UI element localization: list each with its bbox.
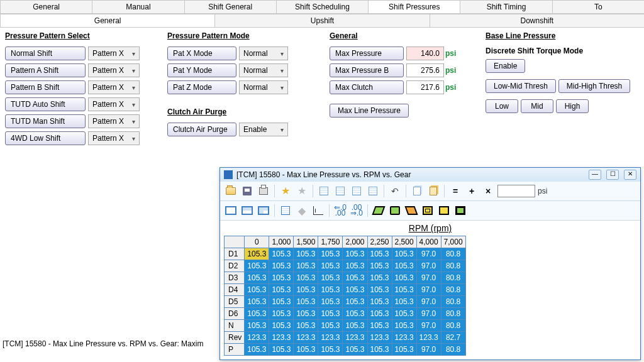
table-view-icon[interactable] <box>279 204 292 217</box>
col-header[interactable]: 1,000 <box>269 236 294 248</box>
table-cell[interactable]: 80.8 <box>441 296 465 308</box>
table-cell[interactable]: 80.8 <box>441 272 465 284</box>
table-cell[interactable]: 97.0 <box>416 308 441 320</box>
table-cell[interactable]: 105.3 <box>294 272 318 284</box>
table-cell[interactable]: 105.3 <box>392 248 416 260</box>
favorite-icon[interactable]: ★ <box>295 184 309 198</box>
table-cell[interactable]: 105.3 <box>269 260 294 272</box>
fill-down-icon[interactable] <box>388 204 402 217</box>
table-cell[interactable]: 97.0 <box>416 296 441 308</box>
row-header[interactable]: D6 <box>225 308 245 320</box>
table-cell[interactable]: 105.3 <box>245 260 269 272</box>
row-header[interactable]: D5 <box>225 296 245 308</box>
param-select[interactable]: Pattern X▾ <box>88 47 140 60</box>
fill-right-icon[interactable] <box>404 204 418 217</box>
table-cell[interactable]: 105.3 <box>367 344 392 356</box>
layout-hsplit-icon[interactable] <box>240 204 254 217</box>
table-cell[interactable]: 82.7 <box>441 332 465 344</box>
table-cell[interactable]: 123.3 <box>269 332 294 344</box>
equals-icon[interactable]: = <box>448 184 462 198</box>
table-cell[interactable]: 105.3 <box>367 284 392 296</box>
table-cell[interactable]: 80.8 <box>441 248 465 260</box>
table-cell[interactable]: 105.3 <box>294 284 318 296</box>
param-button[interactable]: Pattern A Shift <box>5 63 86 77</box>
print-icon[interactable] <box>257 184 270 198</box>
table-cell[interactable]: 80.8 <box>441 260 465 272</box>
table-cell[interactable]: 105.3 <box>392 284 416 296</box>
table-cell[interactable]: 123.3 <box>367 332 392 344</box>
highlight-col-icon[interactable] <box>437 204 451 217</box>
copy-icon[interactable] <box>410 184 424 198</box>
table-cell[interactable]: 105.3 <box>318 296 343 308</box>
multiply-icon[interactable]: × <box>481 184 495 198</box>
sheet-icon[interactable] <box>333 184 347 198</box>
top-tab[interactable]: Shift Pressures <box>368 0 460 13</box>
clutch-air-purge-button[interactable]: Clutch Air Purge <box>167 123 236 136</box>
top-tab[interactable]: Shift Scheduling <box>276 0 369 13</box>
table-cell[interactable]: 105.3 <box>343 320 367 332</box>
table-cell[interactable]: 97.0 <box>416 272 441 284</box>
row-header[interactable]: D3 <box>225 272 245 284</box>
table-cell[interactable]: 105.3 <box>318 284 343 296</box>
sheet-icon[interactable] <box>350 184 364 198</box>
open-icon[interactable] <box>224 184 238 198</box>
table-cell[interactable]: 105.3 <box>269 344 294 356</box>
favorite-add-icon[interactable]: ★ <box>279 184 292 198</box>
table-cell[interactable]: 97.0 <box>416 344 441 356</box>
table-cell[interactable]: 123.3 <box>343 332 367 344</box>
clutch-air-purge-select[interactable]: Enable ▾ <box>239 123 288 136</box>
max-line-pressure-button[interactable]: Max Line Pressure <box>330 104 409 118</box>
minimize-button[interactable]: — <box>589 170 601 180</box>
table-cell[interactable]: 105.3 <box>294 320 318 332</box>
table-cell[interactable]: 105.3 <box>318 308 343 320</box>
table-cell[interactable]: 123.3 <box>392 332 416 344</box>
table-cell[interactable]: 80.8 <box>441 320 465 332</box>
table-cell[interactable]: 105.3 <box>343 344 367 356</box>
mode-button[interactable]: Mid <box>521 99 553 113</box>
table-cell[interactable]: 105.3 <box>392 308 416 320</box>
data-table[interactable]: 01,0001,5001,7502,0002,2502,5004,0007,00… <box>224 236 466 356</box>
table-cell[interactable]: 105.3 <box>245 284 269 296</box>
table-cell[interactable]: 105.3 <box>318 248 343 260</box>
table-cell[interactable]: 123.3 <box>245 332 269 344</box>
table-cell[interactable]: 105.3 <box>269 272 294 284</box>
table-cell[interactable]: 105.3 <box>343 272 367 284</box>
table-cell[interactable]: 105.3 <box>294 308 318 320</box>
param-button[interactable]: TUTD Auto Shift <box>5 97 86 111</box>
mode-button[interactable]: Low <box>486 99 518 113</box>
param-select[interactable]: Normal▾ <box>239 63 288 77</box>
table-cell[interactable]: 123.3 <box>294 332 318 344</box>
param-select[interactable]: Pattern X▾ <box>88 114 140 128</box>
row-header[interactable]: Rev <box>225 332 245 344</box>
sheet-icon[interactable] <box>317 184 331 198</box>
mode-button[interactable]: Mid-High Thresh <box>558 79 630 93</box>
table-cell[interactable]: 105.3 <box>269 296 294 308</box>
table-cell[interactable]: 105.3 <box>318 272 343 284</box>
undo-icon[interactable]: ↶ <box>388 184 402 198</box>
param-button[interactable]: Max Clutch <box>330 80 404 94</box>
graph-view-icon[interactable] <box>311 204 325 217</box>
window-titlebar[interactable]: [TCM] 15580 - Max Line Pressure vs. RPM … <box>220 168 640 182</box>
table-cell[interactable]: 105.3 <box>294 248 318 260</box>
increase-decimals-icon[interactable]: .00⇒.0 <box>350 204 364 217</box>
param-button[interactable]: Normal Shift <box>5 47 86 60</box>
param-select[interactable]: Pattern X▾ <box>88 131 140 145</box>
table-cell[interactable]: 105.3 <box>294 296 318 308</box>
highlight-row-icon[interactable] <box>453 204 467 217</box>
param-select[interactable]: Pattern X▾ <box>88 97 140 111</box>
table-cell[interactable]: 105.3 <box>245 320 269 332</box>
col-header[interactable]: 1,500 <box>294 236 318 248</box>
table-cell[interactable]: 97.0 <box>416 320 441 332</box>
table-cell[interactable]: 105.3 <box>245 272 269 284</box>
table-cell[interactable]: 105.3 <box>245 344 269 356</box>
paste-icon[interactable] <box>426 184 440 198</box>
table-cell[interactable]: 105.3 <box>392 296 416 308</box>
col-header[interactable]: 0 <box>245 236 269 248</box>
table-cell[interactable]: 105.3 <box>367 308 392 320</box>
param-button[interactable]: Pattern B Shift <box>5 80 86 94</box>
table-cell[interactable]: 105.3 <box>294 344 318 356</box>
table-cell[interactable]: 105.3 <box>318 344 343 356</box>
row-header[interactable]: D1 <box>225 248 245 260</box>
row-header[interactable]: P <box>225 344 245 356</box>
param-value-field[interactable]: 275.6 <box>406 63 444 77</box>
